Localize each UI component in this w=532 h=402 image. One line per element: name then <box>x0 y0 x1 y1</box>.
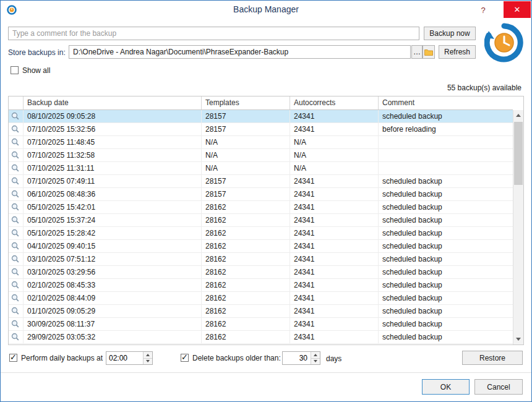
scroll-down-icon[interactable] <box>513 334 523 344</box>
scroll-up-icon[interactable] <box>513 110 523 121</box>
close-button[interactable]: ✕ <box>504 1 531 18</box>
cell-comment: scheduled backup <box>379 240 513 252</box>
row-backup-icon <box>9 162 24 174</box>
cell-autocorrects: 24341 <box>290 279 379 291</box>
delete-old-checkbox[interactable] <box>181 354 189 362</box>
scrollbar-thumb[interactable] <box>514 122 523 185</box>
table-row[interactable]: 03/10/2025 07:51:122816224341scheduled b… <box>9 253 513 266</box>
ok-button[interactable]: OK <box>422 379 470 395</box>
cell-backup-date: 07/10/2025 11:32:58 <box>24 149 202 161</box>
row-backup-icon <box>9 136 24 148</box>
cell-backup-date: 03/10/2025 07:51:12 <box>24 253 202 265</box>
cell-comment: scheduled backup <box>379 292 513 304</box>
cell-backup-date: 08/10/2025 09:05:28 <box>24 110 202 122</box>
table-row[interactable]: 08/10/2025 09:05:282815724341scheduled b… <box>9 110 513 123</box>
daily-time-input[interactable] <box>106 352 142 364</box>
cell-templates: N/A <box>202 162 290 174</box>
vertical-scrollbar[interactable] <box>513 110 523 344</box>
backup-comment-input[interactable] <box>8 27 419 40</box>
table-row[interactable]: 05/10/2025 15:28:422816224341scheduled b… <box>9 227 513 240</box>
row-backup-icon <box>9 175 24 187</box>
days-spin-up-icon[interactable] <box>311 352 320 358</box>
cancel-button[interactable]: Cancel <box>474 379 523 395</box>
cell-autocorrects: 24341 <box>290 227 379 239</box>
table-row[interactable]: 06/10/2025 08:48:362815724341scheduled b… <box>9 188 513 201</box>
browse-button[interactable]: … <box>411 45 423 59</box>
cell-autocorrects: 24341 <box>290 240 379 252</box>
header-comment[interactable]: Comment <box>379 96 513 109</box>
table-row[interactable]: 05/10/2025 15:37:242816224341scheduled b… <box>9 214 513 227</box>
table-row[interactable]: 02/10/2025 08:45:332816224341scheduled b… <box>9 279 513 292</box>
row-backup-icon <box>9 266 24 278</box>
row-backup-icon <box>9 279 24 291</box>
phraseexpander-backup-logo <box>484 23 524 62</box>
cell-comment: scheduled backup <box>379 331 513 343</box>
cell-templates: 28157 <box>202 123 290 135</box>
cell-templates: 28162 <box>202 292 290 304</box>
backups-available-text: 55 backup(s) available <box>447 83 521 92</box>
time-spin-up-icon[interactable] <box>144 352 152 358</box>
row-backup-icon <box>9 149 24 161</box>
backup-now-button[interactable]: Backup now <box>424 27 476 40</box>
row-backup-icon <box>9 123 24 135</box>
row-backup-icon <box>9 188 24 200</box>
table-row[interactable]: 03/10/2025 03:29:562816224341scheduled b… <box>9 266 513 279</box>
row-backup-icon <box>9 292 24 304</box>
backup-manager-window: Backup Manager ? ✕ Backup now Store back… <box>0 0 532 402</box>
open-folder-button[interactable] <box>423 45 435 59</box>
row-backup-icon <box>9 110 24 122</box>
table-row[interactable]: 07/10/2025 11:48:45N/AN/A <box>9 136 513 149</box>
table-row[interactable]: 07/10/2025 15:32:562815724341before relo… <box>9 123 513 136</box>
cell-backup-date: 07/10/2025 07:49:11 <box>24 175 202 187</box>
header-templates[interactable]: Templates <box>202 96 290 109</box>
show-all-checkbox[interactable] <box>11 66 19 74</box>
table-row[interactable]: 30/09/2025 08:11:372816224341scheduled b… <box>9 318 513 331</box>
titlebar: Backup Manager ? ✕ <box>1 1 531 19</box>
header-backup-date[interactable]: Backup date <box>24 96 202 109</box>
restore-button[interactable]: Restore <box>462 351 523 365</box>
table-row[interactable]: 04/10/2025 09:40:152816224341scheduled b… <box>9 240 513 253</box>
row-backup-icon <box>9 227 24 239</box>
header-autocorrects[interactable]: Autocorrects <box>290 96 379 109</box>
help-button[interactable]: ? <box>476 3 491 17</box>
header-icon-column <box>9 96 24 109</box>
cell-backup-date: 05/10/2025 15:42:01 <box>24 201 202 213</box>
cell-backup-date: 06/10/2025 08:48:36 <box>24 188 202 200</box>
cell-autocorrects: 24341 <box>290 188 379 200</box>
cell-backup-date: 07/10/2025 15:32:56 <box>24 123 202 135</box>
table-body: 08/10/2025 09:05:282815724341scheduled b… <box>9 110 513 344</box>
table-row[interactable]: 07/10/2025 07:49:112815724341scheduled b… <box>9 175 513 188</box>
cell-comment: scheduled backup <box>379 279 513 291</box>
table-row[interactable]: 07/10/2025 11:32:58N/AN/A <box>9 149 513 162</box>
daily-backup-checkbox[interactable] <box>9 354 17 362</box>
table-row[interactable]: 01/10/2025 09:05:292816224341scheduled b… <box>9 305 513 318</box>
store-path-input[interactable] <box>69 45 411 59</box>
table-row[interactable]: 07/10/2025 11:31:11N/AN/A <box>9 162 513 175</box>
cell-templates: 28162 <box>202 214 290 226</box>
cell-comment: scheduled backup <box>379 227 513 239</box>
refresh-button[interactable]: Refresh <box>439 45 476 59</box>
table-row[interactable]: 29/09/2025 03:05:322816224341scheduled b… <box>9 331 513 344</box>
daily-backup-group: Perform daily backups at <box>9 354 103 362</box>
time-spin-down-icon[interactable] <box>144 358 152 365</box>
cell-backup-date: 01/10/2025 09:05:29 <box>24 305 202 317</box>
backups-table: Backup date Templates Autocorrects Comme… <box>8 96 524 345</box>
folder-icon <box>424 49 433 56</box>
show-all-checkbox-group[interactable]: Show all <box>11 66 50 75</box>
cell-autocorrects: 24341 <box>290 214 379 226</box>
cell-backup-date: 07/10/2025 11:31:11 <box>24 162 202 174</box>
days-label: days <box>326 354 341 363</box>
cell-templates: 28162 <box>202 279 290 291</box>
cell-comment <box>379 162 513 174</box>
days-spin-down-icon[interactable] <box>311 358 320 365</box>
table-row[interactable]: 02/10/2025 08:44:092816224341scheduled b… <box>9 292 513 305</box>
delete-days-input[interactable] <box>283 352 310 364</box>
table-row[interactable]: 05/10/2025 15:42:012816224341scheduled b… <box>9 201 513 214</box>
cell-templates: 28162 <box>202 240 290 252</box>
cell-templates: 28162 <box>202 331 290 343</box>
daily-backup-label: Perform daily backups at <box>21 354 103 362</box>
cell-comment: scheduled backup <box>379 318 513 330</box>
cell-templates: 28162 <box>202 201 290 213</box>
cell-comment: scheduled backup <box>379 201 513 213</box>
cell-comment: scheduled backup <box>379 110 513 122</box>
